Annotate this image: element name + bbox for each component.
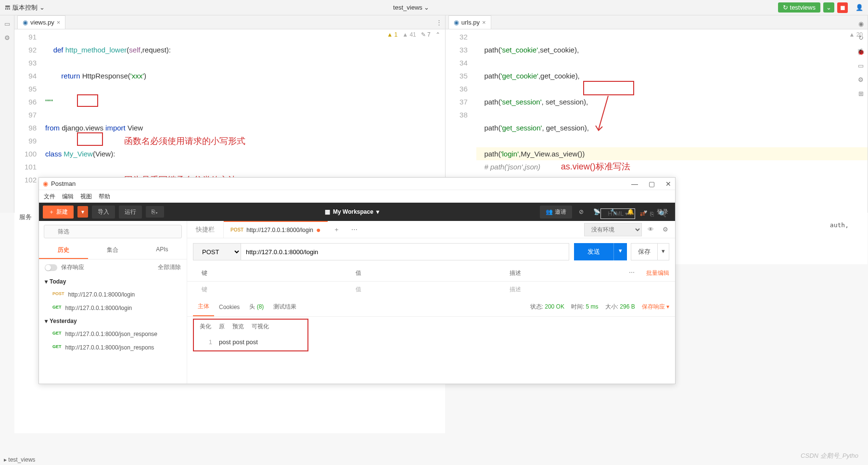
tab-menu-icon[interactable]: ⋯ — [345, 226, 363, 233]
close-icon[interactable]: × — [57, 19, 61, 26]
structure-icon[interactable]: ⚙ — [4, 34, 10, 41]
history-item[interactable]: GEThttp://127.0.0.1:8000/login — [39, 301, 187, 315]
svg-line-0 — [599, 96, 608, 129]
params-menu-icon[interactable]: ⋯ — [623, 265, 640, 281]
close-icon[interactable]: × — [482, 19, 486, 26]
tab-overflow-icon[interactable]: ⋮ — [436, 19, 442, 26]
pretty-button[interactable]: 美化 — [200, 323, 211, 331]
wrap-icon[interactable]: ⇄ — [640, 210, 645, 218]
refresh-icon[interactable]: ↻ — [858, 34, 864, 41]
close-icon[interactable]: ✕ — [665, 180, 671, 188]
sync-icon[interactable]: ⊘ — [576, 208, 587, 215]
new-dropdown[interactable]: ▾ — [77, 206, 88, 218]
search-icon[interactable]: 🔍 — [659, 210, 666, 218]
menu-view[interactable]: 视图 — [80, 193, 92, 201]
add-tab-button[interactable]: ＋ — [328, 225, 345, 234]
sidebar-tab-apis[interactable]: APIs — [138, 242, 187, 259]
project-icon[interactable]: ▭ — [4, 20, 10, 27]
status-file[interactable]: ▸ test_views — [4, 456, 35, 463]
invite-button[interactable]: 👥邀请 — [540, 206, 572, 219]
tab-label: views.py — [30, 19, 54, 26]
plus-icon: ＋ — [49, 208, 54, 216]
request-tab[interactable]: POST http://127.0.0.1:8000/login ● — [224, 221, 328, 238]
params-col-desc: 描述 — [495, 265, 623, 281]
arrow-icon — [594, 96, 613, 134]
response-tab-body[interactable]: 主体 — [193, 297, 214, 316]
run-button[interactable]: ↻ testviews — [778, 2, 820, 13]
maximize-icon[interactable]: ▢ — [649, 180, 655, 188]
clear-all-button[interactable]: 全部清除 — [158, 263, 181, 271]
response-line-number: 1 — [198, 338, 212, 346]
param-value-input[interactable]: 值 — [341, 282, 495, 297]
user-icon[interactable]: 👤 — [855, 4, 863, 11]
annotation-box-asview — [583, 81, 634, 95]
python-icon: ◉ — [454, 19, 459, 26]
eye-icon[interactable]: 👁 — [645, 226, 657, 233]
filter-input[interactable] — [44, 225, 182, 238]
size-label: 大小: 296 B — [605, 303, 635, 311]
run-config-selector[interactable]: test_views ⌄ — [45, 4, 778, 11]
refresh-icon: ↻ — [783, 4, 788, 11]
history-item[interactable]: POSThttp://127.0.0.1:8000/login — [39, 288, 187, 301]
bulk-edit-button[interactable]: 批量编辑 — [640, 265, 675, 281]
import-button[interactable]: 导入 — [92, 206, 115, 219]
response-tab-headers[interactable]: 头 (8) — [244, 298, 268, 316]
format-selector[interactable]: HTML ▾ — [600, 208, 635, 219]
save-response-label: 保存响应 — [61, 263, 84, 271]
history-item[interactable]: GEThttp://127.0.0.1:8000/json_respons — [39, 341, 187, 354]
save-response-toggle[interactable] — [45, 264, 57, 271]
stop-button[interactable]: ◼ — [837, 2, 848, 13]
run-dropdown[interactable]: ⌄ — [823, 2, 834, 13]
history-group-yesterday[interactable]: ▾Yesterday — [39, 315, 187, 327]
gear-icon[interactable]: ⚙ — [660, 226, 671, 233]
grid-icon: ▦ — [325, 208, 330, 215]
debug-icon[interactable]: 🐞 — [857, 48, 865, 55]
save-button[interactable]: 保存 — [631, 243, 658, 260]
tab-views-py[interactable]: ◉ views.py × — [17, 15, 65, 29]
vcs-dropdown[interactable]: 𝌎 版本控制 ⌄ — [5, 3, 45, 12]
layout-icon[interactable]: ⊞ — [858, 90, 864, 97]
method-selector[interactable]: POST — [193, 243, 241, 260]
python-icon: ◉ — [23, 19, 28, 26]
copy-icon[interactable]: ⎘ — [650, 210, 654, 218]
menu-edit[interactable]: 编辑 — [62, 193, 74, 201]
response-tab-cookies[interactable]: Cookies — [214, 299, 244, 315]
people-icon: 👥 — [546, 208, 553, 215]
history-group-today[interactable]: ▾Today — [39, 275, 187, 288]
capture-button[interactable]: ⎘▾ — [146, 206, 164, 218]
raw-button[interactable]: 原 — [219, 323, 225, 331]
send-button[interactable]: 发送 — [574, 243, 613, 260]
runner-button[interactable]: 运行 — [119, 206, 142, 219]
environment-selector[interactable]: 没有环境 — [584, 223, 642, 236]
services-label[interactable]: 服务 — [19, 213, 32, 221]
chevron-down-icon: ▾ — [45, 278, 48, 285]
watermark: CSDN 企鹅号_Pytho — [801, 452, 858, 460]
status-label: 状态: 200 OK — [530, 303, 564, 311]
response-body-text: post post post — [219, 338, 258, 346]
sidebar-tab-history[interactable]: 历史 — [39, 242, 88, 259]
minimize-icon[interactable]: — — [631, 180, 638, 188]
notifications-icon[interactable]: ◉ — [858, 20, 864, 27]
box-icon[interactable]: ▭ — [858, 62, 864, 69]
postman-logo-icon: ◉ — [43, 180, 48, 187]
url-input[interactable] — [241, 243, 569, 260]
visualize-button[interactable]: 可视化 — [252, 323, 269, 331]
quickbar[interactable]: 快捷栏 — [187, 221, 224, 238]
workspace-selector[interactable]: ▦ My Workspace ▾ — [325, 208, 379, 215]
history-item[interactable]: GEThttp://127.0.0.1:8000/json_response — [39, 327, 187, 341]
param-key-input[interactable]: 键 — [187, 282, 341, 297]
gear-icon[interactable]: ⚙ — [858, 76, 864, 83]
menu-bar: 文件 编辑 视图 帮助 — [39, 190, 675, 203]
save-response-button[interactable]: 保存响应 ▾ — [642, 303, 669, 311]
params-col-key: 键 — [187, 265, 341, 281]
preview-button[interactable]: 预览 — [232, 323, 244, 331]
send-dropdown[interactable]: ▾ — [613, 243, 627, 260]
param-desc-input[interactable]: 描述 — [495, 282, 675, 297]
new-button[interactable]: ＋新建 — [43, 206, 74, 219]
response-tab-tests[interactable]: 测试结果 — [268, 298, 301, 316]
save-dropdown[interactable]: ▾ — [658, 243, 669, 260]
menu-file[interactable]: 文件 — [44, 193, 55, 201]
tab-urls-py[interactable]: ◉ urls.py × — [448, 15, 491, 29]
menu-help[interactable]: 帮助 — [99, 193, 110, 201]
sidebar-tab-collections[interactable]: 集合 — [88, 242, 137, 259]
